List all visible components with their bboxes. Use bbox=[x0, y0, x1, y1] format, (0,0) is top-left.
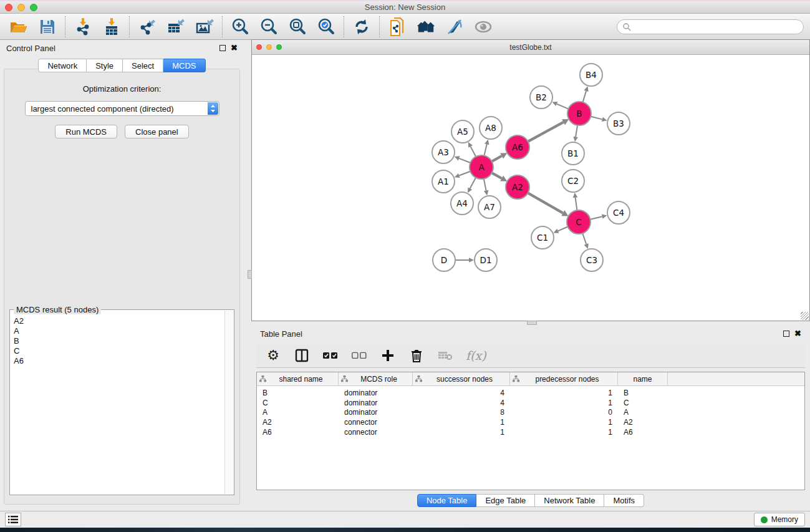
graph-edge-B-B2[interactable] bbox=[557, 104, 569, 109]
graph-node-B[interactable]: B bbox=[567, 102, 591, 125]
graph-edge-A-A7[interactable] bbox=[484, 179, 486, 191]
export-image-icon[interactable] bbox=[195, 17, 215, 37]
column-header-successor-nodes[interactable]: successor nodes bbox=[413, 372, 510, 385]
graph-node-C1[interactable]: C1 bbox=[531, 226, 554, 249]
tab-network[interactable]: Network bbox=[38, 59, 87, 72]
graph-edge-A-A4[interactable] bbox=[470, 178, 476, 188]
table-row[interactable]: Adominator80A bbox=[257, 408, 804, 418]
graph-node-D[interactable]: D bbox=[433, 249, 455, 271]
import-network-icon[interactable] bbox=[73, 17, 93, 37]
graph-edge-A-A2[interactable] bbox=[492, 173, 502, 178]
graph-node-C2[interactable]: C2 bbox=[562, 170, 584, 192]
close-table-panel-icon[interactable]: ✖ bbox=[794, 331, 801, 337]
graph-node-A6[interactable]: A6 bbox=[506, 135, 529, 159]
tab-mcds[interactable]: MCDS bbox=[163, 59, 205, 72]
deselect-all-icon[interactable] bbox=[351, 347, 367, 364]
memory-button[interactable]: Memory bbox=[754, 513, 805, 526]
save-session-icon[interactable] bbox=[37, 17, 57, 37]
graph-edge-B-B3[interactable] bbox=[591, 117, 602, 120]
float-panel-icon[interactable] bbox=[219, 45, 226, 51]
vertical-scrollbar-thumb[interactable] bbox=[248, 270, 252, 279]
zoom-in-icon[interactable] bbox=[230, 17, 250, 37]
result-item[interactable]: B bbox=[14, 336, 229, 346]
result-scrollbar[interactable] bbox=[224, 311, 233, 494]
graph-node-A[interactable]: A bbox=[470, 155, 493, 179]
open-file-icon[interactable] bbox=[9, 17, 29, 37]
result-item[interactable]: C bbox=[14, 346, 229, 356]
hide-annotations-icon[interactable] bbox=[445, 17, 465, 37]
graph-edge-A2-C[interactable] bbox=[528, 193, 562, 213]
show-details-eye-icon[interactable] bbox=[473, 17, 493, 37]
graph-node-A2[interactable]: A2 bbox=[506, 175, 529, 199]
graph-node-B1[interactable]: B1 bbox=[562, 142, 584, 165]
graph-node-D1[interactable]: D1 bbox=[475, 249, 497, 271]
zoom-out-icon[interactable] bbox=[259, 17, 279, 37]
tab-style[interactable]: Style bbox=[87, 59, 123, 72]
tab-select[interactable]: Select bbox=[123, 59, 163, 72]
graph-node-C3[interactable]: C3 bbox=[581, 249, 603, 271]
gear-icon[interactable]: ⚙ bbox=[265, 347, 281, 364]
add-column-icon[interactable] bbox=[380, 347, 396, 364]
delete-icon[interactable] bbox=[408, 347, 425, 364]
mcds-result-list[interactable]: A2 A B C A6 bbox=[10, 310, 234, 366]
table-row[interactable]: A6connector11A6 bbox=[257, 427, 804, 437]
home-icon[interactable] bbox=[416, 17, 436, 37]
graph-node-A5[interactable]: A5 bbox=[451, 120, 474, 143]
graph-edge-C-C1[interactable] bbox=[558, 227, 568, 231]
graph-edge-A-A3[interactable] bbox=[459, 158, 470, 163]
graph-node-B3[interactable]: B3 bbox=[607, 112, 630, 135]
close-panel-button[interactable]: Close panel bbox=[125, 125, 189, 138]
graph-node-A1[interactable]: A1 bbox=[432, 170, 455, 193]
graph-node-A3[interactable]: A3 bbox=[432, 141, 455, 163]
network-window-titlebar[interactable]: testGlobe.txt bbox=[252, 40, 809, 55]
column-header-shared-name[interactable]: shared name bbox=[257, 372, 339, 385]
table-row[interactable]: Cdominator41C bbox=[257, 398, 804, 408]
column-header-mcds-role[interactable]: MCDS role bbox=[339, 372, 413, 385]
result-item[interactable]: A2 bbox=[14, 316, 229, 326]
tab-motifs[interactable]: Motifs bbox=[604, 494, 644, 507]
horizontal-scrollbar-thumb[interactable] bbox=[527, 321, 537, 325]
resize-grip[interactable] bbox=[801, 312, 809, 320]
graph-edge-A-A5[interactable] bbox=[471, 147, 476, 157]
export-network-icon[interactable] bbox=[137, 17, 157, 37]
column-view-icon[interactable] bbox=[294, 347, 310, 364]
graph-edge-C-C2[interactable] bbox=[576, 198, 577, 210]
graph-node-A8[interactable]: A8 bbox=[480, 117, 502, 139]
run-mcds-button[interactable]: Run MCDS bbox=[55, 125, 117, 138]
clone-network-icon[interactable] bbox=[387, 17, 407, 37]
graph-node-A7[interactable]: A7 bbox=[478, 196, 501, 218]
apply-layout-refresh-icon[interactable] bbox=[352, 17, 372, 37]
graph-node-B4[interactable]: B4 bbox=[580, 64, 602, 86]
graph-node-C4[interactable]: C4 bbox=[607, 201, 630, 224]
graph-node-C[interactable]: C bbox=[567, 210, 591, 234]
delete-table-icon[interactable] bbox=[437, 347, 453, 364]
column-header-predecessor-nodes[interactable]: predecessor nodes bbox=[510, 372, 618, 385]
column-header-name[interactable]: name bbox=[618, 372, 668, 385]
zoom-selected-icon[interactable] bbox=[316, 17, 336, 37]
import-table-icon[interactable] bbox=[102, 17, 122, 37]
graph-edge-A-A6[interactable] bbox=[492, 156, 502, 162]
tab-network-table[interactable]: Network Table bbox=[535, 494, 604, 507]
table-row[interactable]: Bdominator41B bbox=[257, 388, 804, 398]
result-item[interactable]: A6 bbox=[14, 356, 229, 366]
graph-node-B2[interactable]: B2 bbox=[530, 86, 552, 109]
close-panel-icon[interactable]: ✖ bbox=[231, 45, 238, 51]
tab-edge-table[interactable]: Edge Table bbox=[476, 494, 535, 507]
table-row[interactable]: A2connector11A2 bbox=[257, 417, 804, 427]
graph-edge-C-C3[interactable] bbox=[582, 233, 586, 244]
graph-node-A4[interactable]: A4 bbox=[451, 192, 473, 215]
result-item[interactable]: A bbox=[14, 326, 229, 336]
graph-edge-A-A8[interactable] bbox=[484, 144, 486, 155]
graph-edge-A-A1[interactable] bbox=[459, 172, 470, 176]
graph-edge-B-B1[interactable] bbox=[576, 125, 577, 137]
graph-edge-C-C4[interactable] bbox=[590, 216, 602, 220]
task-history-button[interactable] bbox=[5, 513, 21, 526]
graph-edge-A6-B[interactable] bbox=[528, 122, 564, 142]
optimization-criterion-dropdown[interactable]: largest connected component (directed) bbox=[25, 101, 219, 116]
select-all-icon[interactable] bbox=[322, 347, 339, 364]
tab-node-table[interactable]: Node Table bbox=[417, 494, 477, 507]
network-canvas[interactable]: B4B2BB3A5A8A6B1A3AC2A1A2A4A7CC4C1C3DD1 bbox=[252, 55, 809, 321]
zoom-fit-icon[interactable] bbox=[287, 17, 307, 37]
search-input[interactable] bbox=[617, 19, 804, 34]
float-table-panel-icon[interactable] bbox=[783, 331, 789, 337]
